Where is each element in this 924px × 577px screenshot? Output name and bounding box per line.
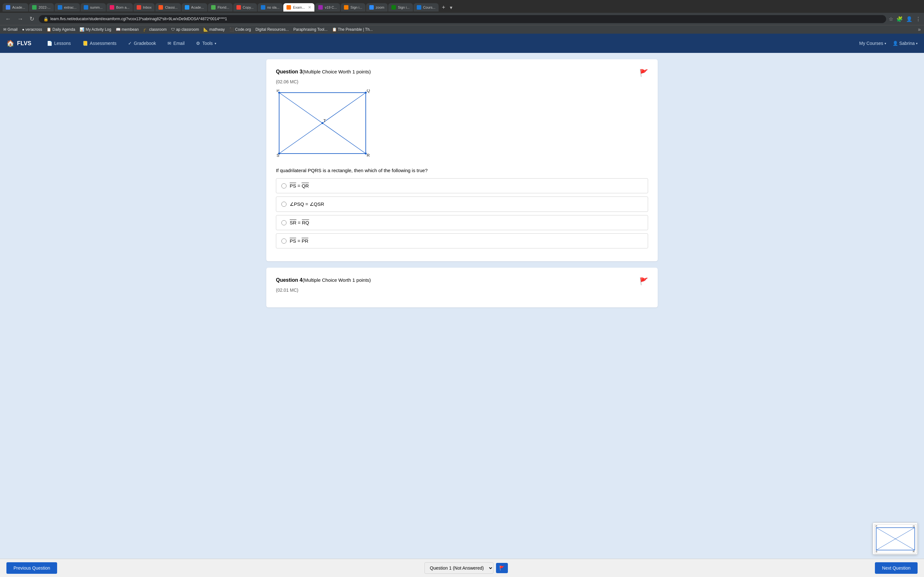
user-dropdown-icon: ▾: [916, 42, 918, 45]
nav-email[interactable]: ✉ Email: [162, 34, 190, 53]
flvs-logo[interactable]: 🏠 FLVS: [6, 39, 31, 47]
tab-title: Acade...: [191, 5, 204, 9]
answer-choice-d[interactable]: PS = PR: [276, 234, 648, 248]
user-icon: 👤: [893, 41, 898, 46]
tab-acade1[interactable]: Acade...: [3, 3, 28, 11]
bookmark-paraphrasing[interactable]: Paraphrasing Tool...: [293, 27, 328, 32]
choice-c-text: SR = RQ: [290, 220, 309, 226]
tab-favicon: [158, 5, 163, 10]
reload-button[interactable]: ↻: [27, 15, 36, 23]
tab-extra[interactable]: extrac...: [55, 3, 80, 11]
flvs-logo-text: FLVS: [17, 40, 31, 47]
tab-favicon: [344, 5, 349, 10]
tab-overflow-button[interactable]: ▾: [450, 5, 452, 11]
choice-b-text: ∠PSQ = ∠QSR: [290, 201, 324, 207]
nav-gradebook[interactable]: ✓ Gradebook: [122, 34, 162, 53]
tab-acade2[interactable]: Acade...: [182, 3, 207, 11]
tab-favicon: [32, 5, 37, 10]
bookmark-gmail[interactable]: ✉ Gmail: [3, 27, 18, 32]
tab-summ[interactable]: summ...: [81, 3, 106, 11]
radio-b[interactable]: [281, 201, 286, 207]
bookmark-classroom[interactable]: 🎓 classroom: [143, 27, 166, 32]
my-courses-link[interactable]: My Courses ▾: [859, 41, 886, 46]
nav-lessons[interactable]: 📄 Lessons: [41, 34, 77, 53]
user-name-label: Sabrina: [899, 41, 915, 46]
radio-a[interactable]: [281, 183, 286, 189]
tab-title: zoom: [376, 5, 384, 9]
tab-florida[interactable]: Florid...: [208, 3, 233, 11]
bookmark-digital-resources[interactable]: Digital Resources...: [255, 27, 289, 32]
flag-question-4-button[interactable]: 🚩: [640, 277, 648, 285]
bookmark-mathway[interactable]: 📐 mathway: [204, 27, 225, 32]
tab-title: Cours...: [423, 5, 436, 9]
lock-icon: 🔒: [43, 17, 48, 21]
tab-zoom[interactable]: zoom: [366, 3, 388, 11]
tab-courses[interactable]: Cours...: [414, 3, 439, 11]
tab-title: Sign i...: [398, 5, 410, 9]
user-profile-link[interactable]: 👤 Sabrina ▾: [893, 41, 918, 46]
tab-inbox[interactable]: Inbox: [134, 3, 155, 11]
bookmark-activity-log[interactable]: 📊 My Activity Log: [79, 27, 111, 32]
bookmark-star-icon[interactable]: ☆: [889, 16, 893, 22]
tab-title: Florid...: [218, 5, 229, 9]
tab-title: extrac...: [64, 5, 77, 9]
radio-d[interactable]: [281, 239, 286, 243]
toolbar-icons: ☆ 🧩 👤 ⋮: [889, 16, 921, 22]
bookmark-membean[interactable]: 📖 membean: [116, 27, 139, 32]
back-button[interactable]: ←: [3, 15, 13, 23]
question-4-type: (Multiple Choice Worth 1 points): [302, 277, 371, 283]
bookmark-veracross[interactable]: ● veracross: [22, 27, 42, 32]
answer-choice-a[interactable]: PS = QR: [276, 178, 648, 193]
tab-classi[interactable]: Classi...: [155, 3, 181, 11]
svg-text:P: P: [276, 89, 279, 93]
tab-title: v19 C...: [325, 5, 337, 9]
svg-text:S: S: [876, 550, 877, 553]
tab-copy[interactable]: Copy...: [233, 3, 257, 11]
question-3-number: Question 3: [276, 69, 302, 74]
bookmark-codeorg[interactable]: ⬛ Code.org: [229, 27, 251, 32]
thumbnail-preview: P Q R S: [873, 522, 918, 554]
tab-favicon: [391, 5, 396, 10]
flag-current-question-button[interactable]: 🚩: [496, 563, 508, 573]
svg-text:T: T: [323, 118, 326, 123]
nav-assessments[interactable]: 📒 Assessments: [77, 34, 122, 53]
bookmarks-overflow[interactable]: »: [918, 27, 921, 32]
bookmark-ap-classroom[interactable]: 🛡 ap classroom: [171, 27, 199, 32]
menu-icon[interactable]: ⋮: [916, 16, 921, 22]
tab-sign1[interactable]: Sign i...: [341, 3, 365, 11]
flag-question-3-button[interactable]: 🚩: [640, 69, 648, 77]
bookmark-preamble[interactable]: 📋 The Preamble | Th...: [332, 27, 373, 32]
radio-c[interactable]: [281, 220, 286, 226]
svg-text:R: R: [367, 153, 370, 158]
tab-favicon: [58, 5, 62, 10]
tab-2022[interactable]: 2022-...: [29, 3, 53, 11]
forward-button[interactable]: →: [15, 15, 25, 23]
close-tab-icon[interactable]: ✕: [308, 5, 311, 10]
tab-v19c[interactable]: v19 C...: [315, 3, 340, 11]
address-bar[interactable]: 🔒 learn.flvs.net/educator/student/examfo…: [39, 15, 886, 23]
new-tab-button[interactable]: +: [439, 4, 448, 11]
tab-sign2[interactable]: Sign i...: [388, 3, 413, 11]
bookmark-daily-agenda[interactable]: 📋 Daily Agenda: [47, 27, 75, 32]
next-question-button[interactable]: Next Question: [875, 562, 918, 574]
question-dropdown[interactable]: Question 1 (Not Answered) Question 2 (No…: [425, 562, 493, 574]
tab-born[interactable]: Born a...: [107, 3, 133, 11]
answer-choice-b[interactable]: ∠PSQ = ∠QSR: [276, 197, 648, 212]
tab-title: 2022-...: [39, 5, 50, 9]
profile-icon[interactable]: 👤: [906, 16, 913, 22]
tab-favicon: [185, 5, 189, 10]
assessments-label: Assessments: [90, 41, 116, 46]
tab-nosla[interactable]: no sla...: [258, 3, 283, 11]
address-text: learn.flvs.net/educator/student/examform…: [50, 17, 227, 21]
tools-label: Tools: [202, 41, 213, 46]
previous-question-button[interactable]: Previous Question: [6, 562, 57, 574]
tab-favicon: [137, 5, 141, 10]
tab-title: summ...: [90, 5, 103, 9]
extension-icon[interactable]: 🧩: [897, 16, 903, 22]
question-4-section: (02.01 MC): [276, 287, 648, 293]
my-courses-label: My Courses: [859, 41, 883, 46]
svg-text:Q: Q: [913, 525, 915, 528]
answer-choice-c[interactable]: SR = RQ: [276, 215, 648, 230]
nav-tools[interactable]: ⚙ Tools ▾: [190, 34, 222, 53]
tab-exam[interactable]: Exam... ✕: [283, 3, 314, 11]
